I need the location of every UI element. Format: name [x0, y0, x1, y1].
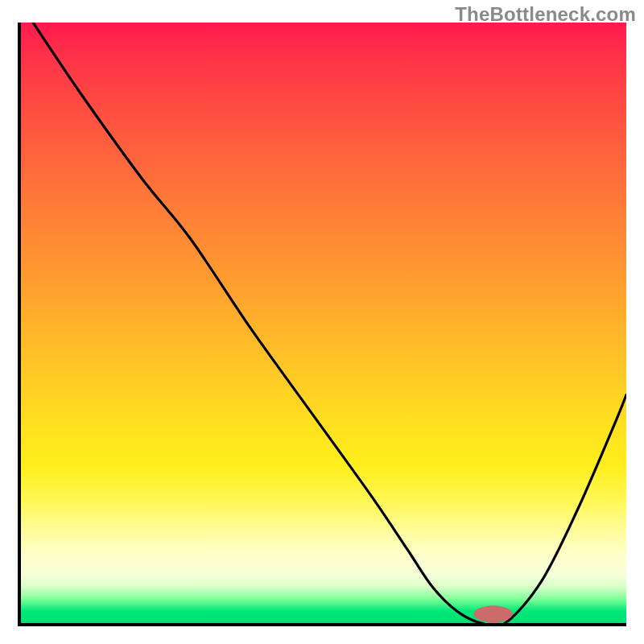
curve-svg	[21, 23, 626, 623]
watermark-text: TheBottleneck.com	[455, 3, 636, 26]
optimal-marker	[473, 605, 512, 622]
plot-area	[18, 23, 626, 626]
bottleneck-curve	[33, 23, 626, 623]
chart-frame: TheBottleneck.com	[0, 0, 644, 644]
